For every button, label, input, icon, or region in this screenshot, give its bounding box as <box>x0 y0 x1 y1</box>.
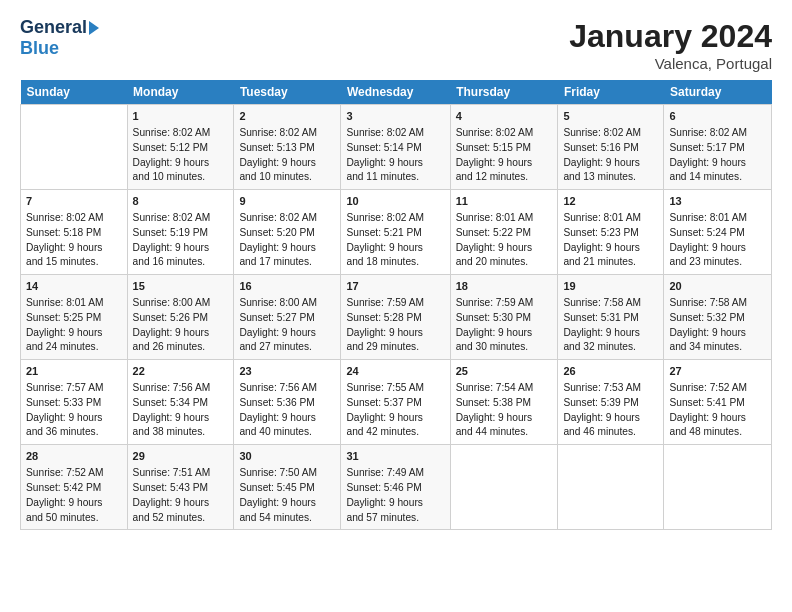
day-info: and 14 minutes. <box>669 170 766 185</box>
day-info: and 29 minutes. <box>346 340 444 355</box>
calendar-subtitle: Valenca, Portugal <box>569 55 772 72</box>
day-info: Sunset: 5:25 PM <box>26 311 122 326</box>
day-number: 5 <box>563 109 658 125</box>
week-row-5: 28Sunrise: 7:52 AMSunset: 5:42 PMDayligh… <box>21 445 772 530</box>
day-info: and 26 minutes. <box>133 340 229 355</box>
week-row-4: 21Sunrise: 7:57 AMSunset: 5:33 PMDayligh… <box>21 360 772 445</box>
day-number: 31 <box>346 449 444 465</box>
day-info: Sunset: 5:17 PM <box>669 141 766 156</box>
day-number: 1 <box>133 109 229 125</box>
day-info: Sunset: 5:14 PM <box>346 141 444 156</box>
day-info: Sunrise: 8:01 AM <box>456 211 553 226</box>
day-header-saturday: Saturday <box>664 80 772 105</box>
calendar-cell: 20Sunrise: 7:58 AMSunset: 5:32 PMDayligh… <box>664 275 772 360</box>
day-info: Daylight: 9 hours <box>239 496 335 511</box>
header-row: SundayMondayTuesdayWednesdayThursdayFrid… <box>21 80 772 105</box>
day-number: 3 <box>346 109 444 125</box>
day-info: Daylight: 9 hours <box>669 326 766 341</box>
day-info: Sunset: 5:42 PM <box>26 481 122 496</box>
day-info: Sunset: 5:27 PM <box>239 311 335 326</box>
day-number: 30 <box>239 449 335 465</box>
day-info: and 46 minutes. <box>563 425 658 440</box>
logo-blue: Blue <box>20 38 59 59</box>
calendar-cell: 25Sunrise: 7:54 AMSunset: 5:38 PMDayligh… <box>450 360 558 445</box>
calendar-cell: 5Sunrise: 8:02 AMSunset: 5:16 PMDaylight… <box>558 105 664 190</box>
day-info: Sunrise: 7:55 AM <box>346 381 444 396</box>
day-info: Sunset: 5:15 PM <box>456 141 553 156</box>
day-info: Sunset: 5:30 PM <box>456 311 553 326</box>
day-info: Sunrise: 7:52 AM <box>669 381 766 396</box>
day-info: Sunset: 5:18 PM <box>26 226 122 241</box>
day-number: 6 <box>669 109 766 125</box>
day-info: and 54 minutes. <box>239 511 335 526</box>
day-info: Sunrise: 7:53 AM <box>563 381 658 396</box>
day-info: Sunset: 5:38 PM <box>456 396 553 411</box>
calendar-cell: 21Sunrise: 7:57 AMSunset: 5:33 PMDayligh… <box>21 360 128 445</box>
day-number: 7 <box>26 194 122 210</box>
day-info: Sunset: 5:37 PM <box>346 396 444 411</box>
day-info: and 38 minutes. <box>133 425 229 440</box>
calendar-cell: 28Sunrise: 7:52 AMSunset: 5:42 PMDayligh… <box>21 445 128 530</box>
day-info: Sunrise: 7:57 AM <box>26 381 122 396</box>
day-info: and 27 minutes. <box>239 340 335 355</box>
calendar-cell: 7Sunrise: 8:02 AMSunset: 5:18 PMDaylight… <box>21 190 128 275</box>
day-info: Daylight: 9 hours <box>456 241 553 256</box>
day-info: Daylight: 9 hours <box>133 411 229 426</box>
day-number: 11 <box>456 194 553 210</box>
calendar-cell: 1Sunrise: 8:02 AMSunset: 5:12 PMDaylight… <box>127 105 234 190</box>
calendar-cell: 13Sunrise: 8:01 AMSunset: 5:24 PMDayligh… <box>664 190 772 275</box>
day-info: Sunset: 5:24 PM <box>669 226 766 241</box>
day-info: Sunrise: 8:02 AM <box>456 126 553 141</box>
day-info: and 17 minutes. <box>239 255 335 270</box>
calendar-cell: 18Sunrise: 7:59 AMSunset: 5:30 PMDayligh… <box>450 275 558 360</box>
day-info: and 40 minutes. <box>239 425 335 440</box>
calendar-cell: 29Sunrise: 7:51 AMSunset: 5:43 PMDayligh… <box>127 445 234 530</box>
day-info: and 21 minutes. <box>563 255 658 270</box>
day-info: Daylight: 9 hours <box>346 496 444 511</box>
calendar-title: January 2024 <box>569 18 772 55</box>
day-number: 28 <box>26 449 122 465</box>
day-info: Daylight: 9 hours <box>239 326 335 341</box>
day-header-sunday: Sunday <box>21 80 128 105</box>
day-header-monday: Monday <box>127 80 234 105</box>
calendar-cell: 16Sunrise: 8:00 AMSunset: 5:27 PMDayligh… <box>234 275 341 360</box>
week-row-1: 1Sunrise: 8:02 AMSunset: 5:12 PMDaylight… <box>21 105 772 190</box>
day-info: Sunset: 5:23 PM <box>563 226 658 241</box>
calendar-cell <box>21 105 128 190</box>
day-info: Sunset: 5:41 PM <box>669 396 766 411</box>
day-info: Daylight: 9 hours <box>563 156 658 171</box>
day-info: Sunset: 5:26 PM <box>133 311 229 326</box>
day-info: Sunrise: 7:52 AM <box>26 466 122 481</box>
day-number: 14 <box>26 279 122 295</box>
day-info: and 10 minutes. <box>239 170 335 185</box>
day-info: Daylight: 9 hours <box>239 241 335 256</box>
logo: General Blue <box>20 18 99 59</box>
day-info: Sunrise: 7:59 AM <box>346 296 444 311</box>
day-number: 9 <box>239 194 335 210</box>
day-header-thursday: Thursday <box>450 80 558 105</box>
calendar-cell: 12Sunrise: 8:01 AMSunset: 5:23 PMDayligh… <box>558 190 664 275</box>
day-number: 21 <box>26 364 122 380</box>
day-info: Sunrise: 8:02 AM <box>563 126 658 141</box>
day-info: Daylight: 9 hours <box>456 411 553 426</box>
calendar-cell: 26Sunrise: 7:53 AMSunset: 5:39 PMDayligh… <box>558 360 664 445</box>
day-info: Daylight: 9 hours <box>26 496 122 511</box>
calendar-cell: 22Sunrise: 7:56 AMSunset: 5:34 PMDayligh… <box>127 360 234 445</box>
day-info: Sunrise: 8:01 AM <box>26 296 122 311</box>
day-info: Sunrise: 8:02 AM <box>133 211 229 226</box>
day-info: and 12 minutes. <box>456 170 553 185</box>
calendar-cell: 11Sunrise: 8:01 AMSunset: 5:22 PMDayligh… <box>450 190 558 275</box>
page: General Blue January 2024 Valenca, Portu… <box>0 0 792 612</box>
day-info: Sunrise: 7:56 AM <box>239 381 335 396</box>
day-info: Sunset: 5:13 PM <box>239 141 335 156</box>
day-info: Sunset: 5:46 PM <box>346 481 444 496</box>
day-info: Sunrise: 8:01 AM <box>669 211 766 226</box>
day-number: 10 <box>346 194 444 210</box>
day-info: Sunrise: 8:02 AM <box>133 126 229 141</box>
day-info: Daylight: 9 hours <box>346 411 444 426</box>
day-info: Sunset: 5:22 PM <box>456 226 553 241</box>
day-info: Sunrise: 7:49 AM <box>346 466 444 481</box>
day-info: Daylight: 9 hours <box>26 411 122 426</box>
week-row-3: 14Sunrise: 8:01 AMSunset: 5:25 PMDayligh… <box>21 275 772 360</box>
calendar-cell: 3Sunrise: 8:02 AMSunset: 5:14 PMDaylight… <box>341 105 450 190</box>
